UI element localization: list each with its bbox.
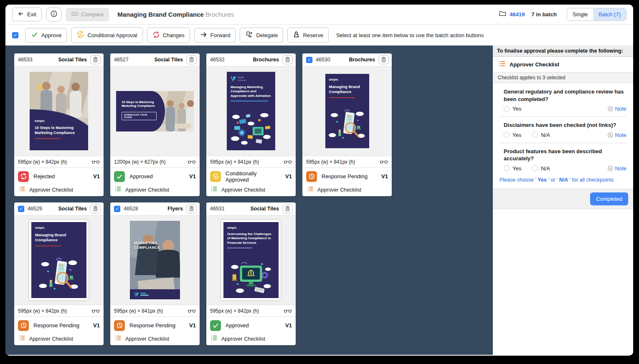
clipboard-icon[interactable] bbox=[186, 55, 197, 64]
single-view-button[interactable]: Single bbox=[567, 8, 593, 20]
asset-card-46531: 46531 Social Tiles simple. Overcoming th… bbox=[206, 202, 296, 345]
glasses-icon[interactable] bbox=[91, 159, 100, 164]
tile-title: 10 Steps to Mastering Marketing Complian… bbox=[122, 100, 157, 109]
glasses-icon[interactable] bbox=[284, 159, 292, 164]
card-thumbnail[interactable]: simple. 10 Steps to Mastering Marketing … bbox=[14, 66, 104, 156]
na-radio[interactable] bbox=[532, 165, 538, 171]
approver-checklist-link[interactable]: Approver Checklist bbox=[206, 185, 296, 196]
card-id: 46529 bbox=[28, 206, 42, 212]
in-batch-count: 7 in batch bbox=[531, 11, 557, 18]
approve-button[interactable]: Approve bbox=[25, 28, 67, 43]
add-note-link[interactable]: Note bbox=[607, 132, 626, 138]
add-note-link[interactable]: Note bbox=[607, 106, 626, 112]
card-thumbnail[interactable]: simple. Admation Managing Marketing Comp… bbox=[206, 66, 296, 156]
conditional-approval-button[interactable]: Conditional Approval bbox=[71, 27, 142, 43]
exit-label: Exit bbox=[27, 11, 36, 18]
dimensions-text: 595px (w) × 841px (h) bbox=[114, 308, 163, 314]
batch-view-button[interactable]: Batch (7) bbox=[593, 8, 626, 20]
question-text: General regulatory and compliance review… bbox=[500, 88, 626, 103]
add-note-link[interactable]: Note bbox=[607, 165, 626, 172]
flyer-title: MARKETING COMPLIANCE bbox=[134, 241, 180, 250]
status-label: Response Pending bbox=[33, 322, 79, 329]
reserve-button[interactable]: Reserve bbox=[287, 28, 328, 43]
select-all-checkbox[interactable] bbox=[12, 32, 18, 38]
yes-radio[interactable] bbox=[504, 132, 510, 138]
na-radio[interactable] bbox=[532, 132, 538, 138]
clipboard-icon[interactable] bbox=[282, 204, 293, 213]
card-checkbox[interactable] bbox=[306, 57, 312, 63]
clipboard-icon[interactable] bbox=[186, 204, 197, 213]
asset-card-46529: 46529 Social Tiles simple. Managing Bran… bbox=[14, 202, 104, 345]
admation-v-icon bbox=[134, 292, 139, 297]
status-approved-icon bbox=[210, 320, 221, 331]
glasses-icon[interactable] bbox=[284, 308, 292, 313]
checklist-footer: Completed bbox=[493, 189, 633, 209]
glasses-icon[interactable] bbox=[380, 159, 388, 164]
status-label: Approved bbox=[129, 173, 153, 179]
card-thumbnail[interactable]: MARKETING COMPLIANCE bbox=[110, 215, 200, 305]
job-title: Managing Brand Compliance bbox=[117, 11, 204, 18]
reserve-sign-icon bbox=[293, 31, 300, 39]
card-status-row: Response Pending V1 bbox=[302, 167, 392, 185]
version-label: V1 bbox=[381, 173, 388, 179]
clipboard-icon[interactable] bbox=[282, 55, 293, 64]
asset-card-46530: 46530 Brochures simple. Managing Brand C… bbox=[302, 53, 392, 196]
status-conditionally-approved-icon bbox=[210, 171, 221, 182]
card-thumbnail[interactable]: simple. Managing Brand Compliance bbox=[14, 215, 104, 305]
card-thumbnail[interactable]: 10 Steps to Mastering Marketing Complian… bbox=[110, 66, 200, 156]
clipboard-icon[interactable] bbox=[90, 204, 101, 213]
card-type-label: Social Tiles bbox=[58, 57, 87, 63]
glasses-icon[interactable] bbox=[188, 159, 196, 164]
batch-id-link[interactable]: 46419 bbox=[510, 11, 525, 18]
divider bbox=[500, 116, 626, 117]
brand-sub-text: Admation bbox=[238, 79, 246, 82]
card-thumbnail[interactable]: simple. Managing Brand Compliance bbox=[302, 66, 392, 156]
approver-checklist-link[interactable]: Approver Checklist bbox=[14, 334, 104, 345]
approver-checklist-link[interactable]: Approver Checklist bbox=[110, 334, 200, 345]
completed-button[interactable]: Completed bbox=[590, 192, 628, 205]
option-label: N/A bbox=[541, 165, 550, 172]
card-checkbox[interactable] bbox=[18, 206, 24, 212]
list-icon bbox=[114, 335, 122, 343]
version-label: V1 bbox=[285, 322, 292, 329]
title-underline bbox=[35, 245, 61, 246]
flyer-footer bbox=[130, 289, 180, 299]
card-header: 46529 Social Tiles bbox=[14, 202, 104, 215]
yes-radio[interactable] bbox=[504, 165, 510, 171]
list-icon bbox=[210, 186, 218, 194]
glasses-icon[interactable] bbox=[91, 308, 100, 313]
status-approved-icon bbox=[114, 171, 125, 182]
exit-button[interactable]: Exit bbox=[12, 8, 42, 21]
approver-checklist-link[interactable]: Approver Checklist bbox=[206, 334, 296, 345]
card-dimensions-row: 1200px (w) × 627px (h) bbox=[110, 156, 200, 167]
card-status-row: Conditionally Approved V1 bbox=[206, 167, 296, 185]
option-label: Yes bbox=[512, 106, 521, 112]
card-type-label: Social Tiles bbox=[250, 206, 279, 212]
glasses-icon[interactable] bbox=[188, 308, 196, 313]
title-underline bbox=[231, 101, 268, 101]
clipboard-icon[interactable] bbox=[90, 55, 101, 64]
forward-button[interactable]: Forward bbox=[194, 28, 236, 43]
card-id: 46533 bbox=[18, 57, 33, 63]
card-status-row: Response Pending V1 bbox=[14, 316, 104, 334]
approver-checklist-link[interactable]: Approver Checklist bbox=[110, 185, 200, 196]
card-thumbnail[interactable]: simple. Overcoming the Challenges of Mar… bbox=[206, 215, 296, 305]
yes-radio[interactable] bbox=[504, 106, 510, 112]
app-window: Exit Compare Managing Brand ComplianceBr… bbox=[5, 5, 633, 356]
tile-title: Managing Brand Compliance bbox=[329, 84, 365, 95]
compare-button[interactable]: Compare bbox=[66, 8, 109, 21]
clipboard-icon[interactable] bbox=[378, 55, 389, 64]
note-label: Note bbox=[615, 106, 626, 112]
approver-checklist-link[interactable]: Approver Checklist bbox=[14, 185, 104, 196]
note-label: Note bbox=[615, 165, 626, 172]
card-checkbox[interactable] bbox=[114, 206, 120, 212]
approve-label: Approve bbox=[41, 32, 61, 38]
approver-checklist-link[interactable]: Approver Checklist bbox=[302, 185, 392, 196]
card-id: 46528 bbox=[124, 206, 138, 212]
changes-button[interactable]: Changes bbox=[147, 28, 190, 43]
info-button[interactable] bbox=[46, 7, 62, 22]
compare-label: Compare bbox=[81, 11, 104, 18]
batch-action-hint: Select at least one item below to use th… bbox=[336, 32, 484, 38]
delegate-button[interactable]: Delegate bbox=[240, 28, 283, 43]
checklist-question: Disclaimers have been checked (not links… bbox=[500, 121, 626, 138]
